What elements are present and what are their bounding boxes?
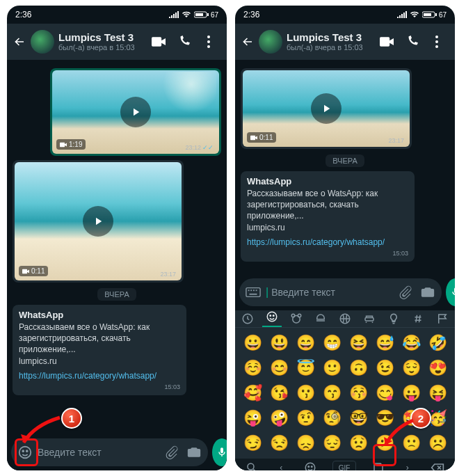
last-seen: был(-а) вчера в 15:03: [58, 43, 146, 51]
emoji-cell[interactable]: ☹️: [426, 432, 449, 454]
emoji-cell[interactable]: 😞: [294, 432, 317, 454]
emoji-cell[interactable]: 😛: [399, 382, 423, 404]
svg-rect-20: [250, 294, 257, 295]
link-url[interactable]: https://lumpics.ru/category/whatsapp/: [15, 368, 184, 383]
msg-time: 15:03: [243, 250, 412, 260]
voice-call-button[interactable]: [399, 29, 424, 54]
link-card[interactable]: WhatsApp Рассказываем все о WatsApp: как…: [13, 305, 186, 395]
cat-activity[interactable]: [335, 312, 355, 325]
cat-smileys[interactable]: [262, 310, 282, 327]
status-bar: 2:36 67: [7, 6, 227, 24]
emoji-cell[interactable]: 😘: [267, 382, 291, 404]
cat-food[interactable]: [311, 312, 330, 325]
play-icon[interactable]: [83, 206, 113, 237]
avatar[interactable]: [31, 30, 54, 54]
link-title: WhatsApp: [243, 173, 412, 187]
svg-point-4: [207, 40, 210, 43]
chat-title-block[interactable]: Lumpics Test 3 был(-а) вчера в 15:03: [58, 32, 146, 52]
battery-icon: [194, 11, 209, 18]
emoji-cell[interactable]: 😝: [426, 382, 449, 404]
video-message-1[interactable]: 0:11 23:17: [241, 68, 412, 149]
cat-symbols[interactable]: [408, 312, 428, 325]
emoji-footer: ‹ GIF ›: [235, 459, 455, 470]
emoji-cell[interactable]: 😌: [399, 357, 423, 379]
emoji-cell[interactable]: 😍: [426, 357, 449, 379]
emoji-cell[interactable]: 😋: [373, 382, 396, 404]
keyboard-button[interactable]: [243, 283, 263, 302]
more-button[interactable]: [424, 29, 449, 54]
emoji-cell[interactable]: 🧐: [320, 407, 344, 429]
mic-button[interactable]: [212, 438, 227, 466]
camera-button[interactable]: [184, 443, 204, 462]
clock: 2:36: [15, 10, 31, 19]
emoji-cell[interactable]: 😔: [320, 432, 344, 454]
battery-pct: 67: [439, 11, 447, 19]
emoji-cell[interactable]: ☺️: [241, 357, 264, 379]
emoji-cell[interactable]: 😀: [241, 332, 264, 354]
clock: 2:36: [243, 10, 259, 19]
emoji-cell[interactable]: 😟: [346, 432, 370, 454]
footer-gif[interactable]: GIF: [332, 461, 357, 471]
mic-button[interactable]: [446, 278, 455, 306]
emoji-cell[interactable]: 😁: [320, 332, 344, 354]
cat-objects[interactable]: [384, 312, 403, 325]
cat-travel[interactable]: [360, 312, 379, 325]
emoji-category-tabs: [235, 310, 455, 328]
link-url[interactable]: https://lumpics.ru/category/whatsapp/: [243, 235, 412, 250]
left-screenshot: 2:36 67 Lumpics Test 3 был(-а) вчера в 1…: [7, 6, 227, 470]
video-message-1[interactable]: 1:19 23:12✓✓: [50, 68, 221, 156]
video-call-button[interactable]: [146, 29, 171, 54]
footer-backspace[interactable]: [425, 460, 450, 470]
emoji-cell[interactable]: 😇: [294, 357, 317, 379]
emoji-cell[interactable]: 🙃: [346, 357, 370, 379]
attach-button[interactable]: [162, 443, 182, 462]
footer-emoji[interactable]: [298, 459, 322, 470]
emoji-cell[interactable]: 🥰: [241, 382, 264, 404]
msg-time: 15:03: [15, 383, 184, 393]
emoji-cell[interactable]: 😙: [320, 382, 344, 404]
emoji-cell[interactable]: 😆: [346, 332, 370, 354]
emoji-cell[interactable]: 🤨: [294, 407, 317, 429]
svg-rect-15: [246, 288, 260, 297]
avatar[interactable]: [259, 30, 282, 54]
emoji-cell[interactable]: 😅: [373, 332, 396, 354]
emoji-cell[interactable]: 😜: [241, 407, 264, 429]
svg-rect-2: [195, 13, 203, 16]
play-icon[interactable]: [311, 93, 342, 124]
battery-icon: [422, 11, 437, 18]
footer-search[interactable]: [240, 459, 264, 470]
video-message-2[interactable]: 0:11 23:17: [13, 160, 184, 283]
emoji-cell[interactable]: 🤪: [267, 407, 291, 429]
link-card[interactable]: WhatsApp Рассказываем все о WatsApp: как…: [241, 171, 415, 262]
chat-title-block[interactable]: Lumpics Test 3 был(-а) вчера в 15:03: [287, 32, 374, 52]
emoji-cell[interactable]: 😃: [267, 332, 291, 354]
back-button[interactable]: [13, 35, 26, 48]
emoji-cell[interactable]: 😒: [267, 432, 291, 454]
cat-flags[interactable]: [433, 312, 452, 325]
emoji-cell[interactable]: 😄: [294, 332, 317, 354]
emoji-cell[interactable]: 🤣: [426, 332, 449, 354]
camera-button[interactable]: [418, 283, 437, 302]
emoji-cell[interactable]: 😚: [346, 382, 370, 404]
emoji-cell[interactable]: 😉: [373, 357, 396, 379]
emoji-cell[interactable]: 😂: [399, 332, 423, 354]
footer-nav-right[interactable]: ›: [401, 460, 415, 470]
cat-animals[interactable]: [287, 312, 306, 325]
chat-pane[interactable]: 0:11 23:17 ВЧЕРА WhatsApp Рассказываем в…: [235, 60, 455, 274]
emoji-cell[interactable]: 😏: [241, 432, 264, 454]
more-button[interactable]: [196, 29, 221, 54]
emoji-cell[interactable]: 😗: [294, 382, 317, 404]
emoji-cell[interactable]: 🤓: [346, 407, 370, 429]
back-button[interactable]: [241, 35, 255, 48]
footer-nav-left[interactable]: ‹: [274, 460, 288, 470]
attach-button[interactable]: [396, 283, 415, 302]
emoji-cell[interactable]: 🙂: [320, 357, 344, 379]
message-input[interactable]: [271, 287, 393, 298]
play-icon[interactable]: [120, 97, 151, 127]
video-call-button[interactable]: [374, 29, 399, 54]
emoji-cell[interactable]: 😊: [267, 357, 291, 379]
right-screenshot: 2:36 67 Lumpics Test 3 был(-а) вчера в 1…: [235, 6, 455, 470]
chat-pane[interactable]: 1:19 23:12✓✓ 0:11 23:17 ВЧЕРА WhatsApp Р…: [7, 60, 227, 434]
cat-recent[interactable]: [238, 312, 257, 325]
voice-call-button[interactable]: [171, 29, 196, 54]
